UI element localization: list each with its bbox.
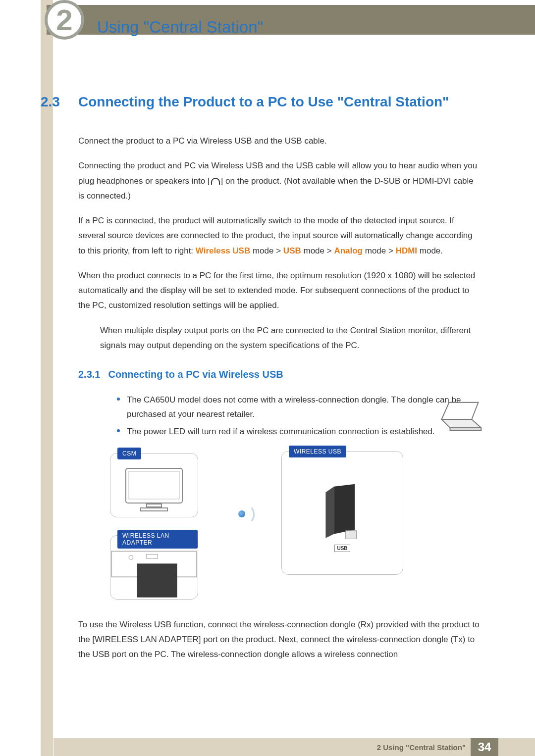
bullet-list: The CA650U model does not come with a wi… (117, 393, 481, 439)
svg-rect-3 (141, 508, 167, 511)
svg-rect-1 (129, 471, 179, 499)
paragraph-2: Connecting the product and PC via Wirele… (78, 158, 481, 203)
svg-rect-7 (137, 563, 177, 597)
chapter-badge: 2 (45, 0, 84, 40)
diagram-wlan-box: WIRELESS LAN ADAPTER (110, 535, 198, 600)
mode-usb: USB (283, 246, 301, 255)
section-title: Connecting the Product to a PC to Use "C… (78, 94, 481, 110)
list-item: The power LED will turn red if a wireles… (117, 425, 481, 439)
footer-chapter-label: 2 Using "Central Station" (377, 743, 466, 752)
paragraph-4: When the product connects to a PC for th… (78, 268, 481, 313)
subsection-title: Connecting to a PC via Wireless USB (108, 369, 283, 380)
svg-marker-12 (441, 419, 481, 428)
subsection-number: 2.3.1 (78, 369, 100, 380)
diagram-tag-wlan: WIRELESS LAN ADAPTER (117, 530, 198, 549)
usb-dongle-icon (321, 483, 363, 542)
left-accent-stripe (41, 0, 53, 756)
diagram-tag-csm: CSM (117, 448, 141, 459)
diagram-tag-wusb: WIRELESS USB (289, 446, 346, 457)
list-item: The CA650U model does not come with a wi… (117, 393, 481, 422)
svg-rect-0 (126, 468, 182, 503)
page-number: 34 (471, 738, 498, 756)
wireless-signal-icon (232, 510, 252, 517)
note-block: When multiple display output ports on th… (100, 323, 481, 353)
svg-marker-9 (325, 487, 334, 538)
mode-hdmi: HDMI (396, 246, 417, 255)
laptop-icon (436, 401, 483, 434)
p3-sep2: mode > (301, 246, 334, 255)
diagram-row: CSM WIRELESS LAN ADAPTER (106, 451, 481, 605)
p3-sep3: mode > (363, 246, 396, 255)
usb-port-label: USB (334, 545, 350, 552)
page-content: 2.3 Connecting the Product to a PC to Us… (78, 94, 481, 672)
svg-rect-6 (146, 554, 158, 558)
p3-sep1: mode > (250, 246, 283, 255)
chapter-number: 2 (56, 3, 72, 37)
svg-rect-10 (346, 531, 357, 539)
svg-marker-8 (334, 484, 355, 534)
paragraph-1: Connect the product to a PC via Wireless… (78, 134, 481, 149)
after-diagram-paragraph: To use the Wireless USB function, connec… (78, 617, 481, 662)
diagram-csm-box: CSM (110, 453, 198, 517)
subsection-heading: 2.3.1Connecting to a PC via Wireless USB (78, 369, 481, 380)
chapter-title: Using "Central Station" (97, 18, 263, 37)
diagram-left-column: CSM WIRELESS LAN ADAPTER (106, 451, 202, 605)
paragraph-3: If a PC is connected, the product will a… (78, 213, 481, 258)
footer-bar: 2 Using "Central Station" 34 (54, 738, 535, 756)
svg-marker-13 (450, 428, 482, 431)
diagram-wusb-box: WIRELESS USB USB (281, 451, 403, 575)
headphone-icon (211, 178, 220, 185)
mode-wireless-usb: Wireless USB (196, 246, 250, 255)
p3-tail: mode. (417, 246, 443, 255)
svg-rect-2 (147, 504, 161, 507)
section-heading: 2.3 Connecting the Product to a PC to Us… (78, 94, 481, 110)
section-number: 2.3 (41, 94, 76, 110)
monitor-icon (122, 465, 186, 515)
svg-point-5 (129, 555, 133, 559)
svg-marker-11 (441, 403, 478, 419)
mode-analog: Analog (334, 246, 363, 255)
wlan-adapter-icon (110, 544, 198, 601)
